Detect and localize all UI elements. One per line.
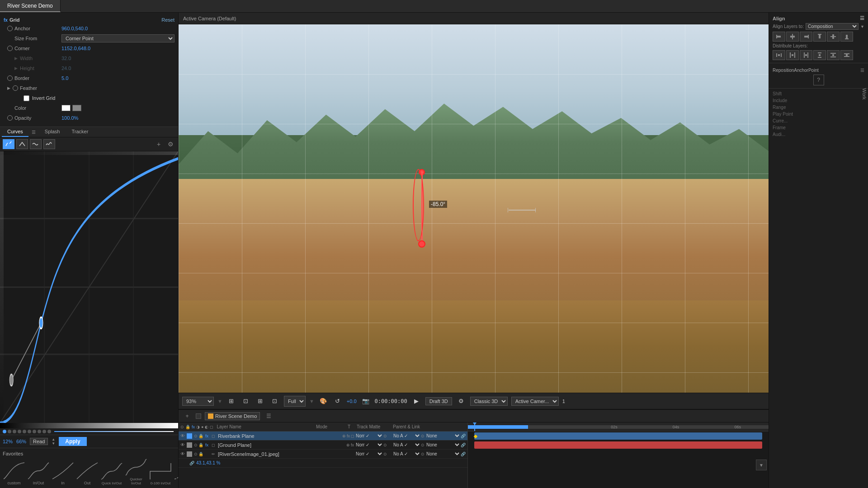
opacity-value[interactable]: 100.0% <box>61 115 175 121</box>
curves-tool-btn-0[interactable] <box>3 139 14 149</box>
layer-0-solo[interactable]: ⊙ <box>194 434 198 438</box>
curve-dot-2[interactable] <box>13 430 16 433</box>
reset-view-btn[interactable]: ↺ <box>332 396 343 407</box>
layer-1-parent[interactable]: None <box>425 442 461 448</box>
color-swatch-white[interactable] <box>61 105 71 111</box>
curve-dot-7[interactable] <box>38 430 41 433</box>
quality-select[interactable]: Full <box>284 396 306 407</box>
fav-item-quick-inout[interactable]: Quick In/Out <box>100 462 123 485</box>
track-bar-1[interactable] <box>474 441 762 449</box>
border-value[interactable]: 5.0 <box>61 75 175 81</box>
fav-item-out[interactable]: Out <box>76 462 99 485</box>
tab-river-scene-demo[interactable]: River Scene Demo <box>0 0 61 12</box>
layer-1-link[interactable]: 🔗 <box>461 443 466 447</box>
fav-item-custom[interactable]: custom <box>3 462 25 485</box>
size-from-select[interactable]: Corner Point <box>61 34 175 42</box>
curves-up-arrow[interactable]: ▲ <box>52 438 55 441</box>
layer-row-1[interactable]: 👁 ⊙ 🔒 fx ◻ [Ground Plane] ⊕ fx <box>179 441 467 450</box>
curves-output-value[interactable]: 66% <box>16 439 26 444</box>
layer-1-solo[interactable]: ⊙ <box>194 443 198 447</box>
layer-2-parent[interactable]: None <box>425 451 461 457</box>
layer-1-3d-icon[interactable]: ◻ <box>212 443 218 447</box>
curves-settings-btn[interactable]: ⚙ <box>165 139 175 149</box>
fav-item-inout[interactable]: In/Out <box>27 462 50 485</box>
playhead[interactable] <box>474 422 475 431</box>
curve-dot-8[interactable] <box>42 430 46 433</box>
align-btn-left-edge[interactable] <box>773 32 785 42</box>
layer-1-track[interactable]: No A ✓ <box>392 442 421 448</box>
layer-0-camera[interactable]: ◻ <box>351 434 354 438</box>
curve-dot-5[interactable] <box>28 430 31 433</box>
grid-btn[interactable]: ⊞ <box>255 396 266 407</box>
anchor-value[interactable]: 960.0,540.0 <box>61 26 175 31</box>
safe-margin-btn[interactable]: ⊡ <box>269 396 280 407</box>
curves-graph-area[interactable] <box>0 151 178 423</box>
tab-curves[interactable]: Curves <box>2 127 28 137</box>
fit-to-frame-btn[interactable]: ⊞ <box>226 396 237 407</box>
dist-btn-4[interactable] <box>827 50 840 60</box>
layer-2-paint[interactable]: ✏ <box>212 452 218 456</box>
layer-row-2[interactable]: 👁 ⊙ 🔒 ✏ [RiverSceneImage_01.jpeg] Norr ✓… <box>179 450 467 459</box>
camera-btn[interactable]: 📷 <box>360 396 371 407</box>
align-btn-center-v[interactable] <box>827 32 840 42</box>
layer-0-transform[interactable]: ⊕ <box>342 434 346 438</box>
curves-menu-icon[interactable]: ☰ <box>29 127 38 137</box>
zoom-select[interactable]: 93% <box>182 397 214 406</box>
reset-button[interactable]: Reset <box>161 17 175 23</box>
fav-item-0-100[interactable]: 0-100 In/Out <box>149 462 172 485</box>
curves-tool-btn-3[interactable] <box>43 139 55 149</box>
layer-1-t[interactable]: ⊙ <box>383 443 392 447</box>
layer-0-lock[interactable]: 🔒 <box>198 434 203 438</box>
layer-0-link[interactable]: 🔗 <box>461 434 466 438</box>
align-btn-top-edge[interactable] <box>813 32 826 42</box>
layer-1-eye[interactable]: 👁 <box>180 442 187 447</box>
tl-expand-btn[interactable]: ▼ <box>756 460 767 470</box>
comp-tab-river-scene[interactable]: River Scene Demo <box>205 412 260 420</box>
curves-read-button[interactable]: Read <box>30 438 48 445</box>
curve-dot-6[interactable] <box>33 430 36 433</box>
timeline-ruler[interactable]: 02s 04s 06s <box>468 422 769 432</box>
camera-select[interactable]: Active Camer... <box>511 397 559 406</box>
align-btn-bottom-edge[interactable] <box>840 32 853 42</box>
curves-down-arrow[interactable]: ▼ <box>52 442 55 446</box>
fav-item-in[interactable]: In <box>52 462 74 485</box>
curve-dot-9[interactable] <box>47 430 51 433</box>
layer-2-eye[interactable]: 👁 <box>180 451 187 456</box>
layer-0-track[interactable]: No A ✓ <box>392 433 421 439</box>
renderer-3d-select[interactable]: Classic 3D <box>470 397 508 406</box>
draft-3d-button[interactable]: Draft 3D <box>425 397 452 405</box>
layer-0-parent[interactable]: None <box>425 433 461 439</box>
fav-item-quicker-inout[interactable]: Quicker In/Out <box>125 458 147 485</box>
layer-0-eye[interactable]: 👁 <box>180 433 187 438</box>
dist-btn-0[interactable] <box>773 50 785 60</box>
fav-item-100-0[interactable]: 100-0 <box>174 462 178 485</box>
timecode-display[interactable]: 0:00:00:00 <box>375 398 407 404</box>
layer-1-fx[interactable]: fx <box>351 443 354 447</box>
layer-0-fx[interactable]: fx <box>347 434 350 438</box>
scale-value[interactable]: 43.1,43.1 % <box>196 460 220 465</box>
invert-grid-checkbox[interactable] <box>24 95 29 101</box>
curves-input-value[interactable]: 12% <box>3 439 13 444</box>
align-menu[interactable]: ☰ <box>860 15 864 21</box>
layer-1-transform[interactable]: ⊕ <box>346 443 350 447</box>
reposition-help-btn[interactable]: ? <box>813 75 824 85</box>
curves-tool-btn-1[interactable] <box>16 139 28 149</box>
width-expand[interactable]: ▶ <box>14 56 18 61</box>
renderer-settings-btn[interactable]: ⚙ <box>456 396 467 407</box>
curve-dot-3[interactable] <box>18 430 21 433</box>
dist-btn-2[interactable] <box>800 50 812 60</box>
layer-row-0[interactable]: 👁 ⊙ 🔒 fx ◻ Riverbank Plane ⊕ fx ◻ <box>179 432 467 441</box>
dist-btn-5[interactable] <box>840 50 853 60</box>
layer-0-3d-icon[interactable]: ◻ <box>212 434 218 438</box>
layer-0-t[interactable]: ⊙ <box>383 434 392 438</box>
layer-2-t[interactable]: ⊙ <box>383 452 392 456</box>
track-bar-0[interactable] <box>474 432 762 440</box>
curves-add-btn[interactable]: + <box>154 139 164 149</box>
curve-dot-4[interactable] <box>23 430 26 433</box>
align-btn-right-edge[interactable] <box>800 32 812 42</box>
layer-0-mode[interactable]: Norr ✓ <box>354 433 383 439</box>
layer-2-lock[interactable]: 🔒 <box>198 452 203 456</box>
tab-tracker[interactable]: Tracker <box>66 127 94 137</box>
layer-2-link[interactable]: 🔗 <box>461 452 466 456</box>
layer-2-mode[interactable]: Norr ✓ <box>354 451 383 457</box>
